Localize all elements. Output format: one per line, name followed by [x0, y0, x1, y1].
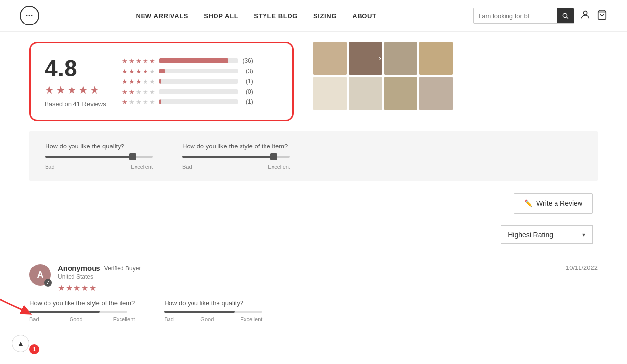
product-images: ›	[314, 42, 453, 121]
search-input[interactable]	[474, 9, 557, 23]
review-sliders: How do you like the style of the item? B…	[29, 299, 598, 322]
bar-row-4: ★ ★ ★ ★ ★ (3)	[122, 68, 253, 75]
sort-label: Highest Rating	[508, 231, 553, 239]
sort-dropdown[interactable]: Highest Rating ▾	[501, 225, 593, 244]
rev-good: Good	[70, 316, 83, 322]
cart-icon[interactable]	[597, 9, 607, 23]
nav-right	[473, 8, 607, 24]
bar-track-1	[159, 99, 238, 104]
review-style-labels: Bad Good Excellent	[29, 316, 135, 322]
bar-count-2: (0)	[241, 88, 253, 95]
review-quality-slider: How do you like the quality? Bad Good Ex…	[164, 299, 262, 322]
product-thumb-5[interactable]	[314, 77, 347, 110]
write-review-icon: ✏️	[524, 199, 532, 207]
quality-item-style: How do you like the style of the item? B…	[182, 143, 290, 170]
quality-excellent-label: Excellent	[131, 164, 153, 170]
main-content: 4.8 ★ ★ ★ ★ ★ Based on 41 Reviews ★ ★ ★	[0, 32, 627, 342]
star-4: ★	[78, 84, 88, 97]
review-style-track	[29, 311, 127, 313]
svg-point-2	[583, 11, 587, 14]
r-star-4: ★	[81, 283, 88, 292]
style-slider-track	[182, 156, 290, 158]
quality-label: How do you like the quality?	[45, 143, 153, 150]
bar-track-2	[159, 89, 238, 94]
navigation: ··· NEW ARRIVALS SHOP ALL STYLE BLOG SIZ…	[0, 0, 627, 32]
star-5: ★	[90, 84, 99, 97]
rev-q-good: Good	[200, 316, 214, 322]
review-quality-label: How do you like the quality?	[164, 299, 262, 307]
rev-q-bad: Bad	[164, 316, 174, 322]
bar-row-5: ★ ★ ★ ★ ★ (36)	[122, 57, 253, 65]
review-quality-track	[164, 311, 262, 313]
review-date: 10/11/2022	[566, 264, 598, 271]
review-style-label: How do you like the style of the item?	[29, 299, 135, 307]
svg-line-1	[567, 17, 568, 19]
style-slider-thumb[interactable]	[270, 153, 277, 160]
bar-stars-1: ★ ★ ★ ★ ★	[122, 98, 155, 106]
nav-links: NEW ARRIVALS SHOP ALL STYLE BLOG SIZING …	[136, 12, 376, 20]
rev-excellent: Excellent	[113, 316, 135, 322]
bar-count-3: (1)	[241, 78, 253, 85]
bar-row-2: ★ ★ ★ ★ ★ (0)	[122, 88, 253, 96]
quality-section: How do you like the quality? Bad Excelle…	[29, 131, 598, 181]
quality-slider-track	[45, 156, 153, 158]
logo[interactable]: ···	[20, 6, 39, 25]
reviewer-avatar: A ✓	[29, 264, 51, 286]
write-review-row: ✏️ Write a Review	[29, 193, 598, 214]
r-star-2: ★	[66, 283, 72, 292]
quality-slider-labels: Bad Excellent	[45, 164, 153, 170]
r-star-5: ★	[89, 283, 96, 292]
thumb-nav-arrow: ›	[379, 54, 381, 63]
sort-chevron-icon: ▾	[582, 231, 585, 238]
bar-count-1: (1)	[241, 98, 253, 105]
bar-stars-2: ★ ★ ★ ★ ★	[122, 88, 155, 96]
r-star-3: ★	[73, 283, 80, 292]
bar-count-4: (3)	[241, 68, 253, 74]
rev-bad: Bad	[29, 316, 39, 322]
nav-about[interactable]: ABOUT	[352, 12, 376, 20]
product-thumb-4[interactable]	[419, 42, 453, 75]
write-review-label: Write a Review	[536, 199, 582, 207]
review-header: A ✓ Anonymous Verified Buyer United Stat…	[29, 264, 598, 292]
product-thumb-6[interactable]	[349, 77, 382, 110]
reviewer-info: Anonymous Verified Buyer United States ★…	[58, 264, 141, 292]
review-section: 4.8 ★ ★ ★ ★ ★ Based on 41 Reviews ★ ★ ★	[29, 42, 598, 121]
star-1: ★	[45, 84, 54, 97]
style-slider-labels: Bad Excellent	[182, 164, 290, 170]
bar-row-1: ★ ★ ★ ★ ★ (1)	[122, 98, 253, 106]
product-thumb-2[interactable]: ›	[349, 42, 382, 75]
rating-left: 4.8 ★ ★ ★ ★ ★ Based on 41 Reviews	[45, 55, 106, 108]
product-thumb-3[interactable]	[384, 42, 417, 75]
account-icon[interactable]	[580, 9, 591, 23]
overall-stars: ★ ★ ★ ★ ★	[45, 84, 106, 97]
verified-text: Verified Buyer	[104, 265, 141, 272]
bar-row-3: ★ ★ ★ ★ ★ (1)	[122, 78, 253, 85]
sort-row: Highest Rating ▾	[29, 225, 598, 244]
reviewer-name-row: Anonymous Verified Buyer	[58, 264, 141, 272]
quality-item-quality: How do you like the quality? Bad Excelle…	[45, 143, 153, 170]
search-button[interactable]	[557, 8, 574, 23]
nav-shop-all[interactable]: SHOP ALL	[204, 12, 238, 20]
bar-count-5: (36)	[241, 57, 253, 64]
star-3: ★	[67, 84, 77, 97]
product-thumb-8[interactable]	[419, 77, 453, 110]
nav-new-arrivals[interactable]: NEW ARRIVALS	[136, 12, 188, 20]
r-star-1: ★	[58, 283, 65, 292]
star-2: ★	[56, 84, 66, 97]
write-review-button[interactable]: ✏️ Write a Review	[514, 193, 593, 214]
nav-style-blog[interactable]: STYLE BLOG	[254, 12, 298, 20]
quality-slider-thumb[interactable]	[129, 153, 136, 160]
reviewer-country: United States	[58, 273, 141, 280]
bar-stars-5: ★ ★ ★ ★ ★	[122, 57, 155, 65]
review-item: A ✓ Anonymous Verified Buyer United Stat…	[29, 254, 598, 332]
quality-bad-label: Bad	[45, 164, 55, 170]
product-thumb-7[interactable]	[384, 77, 417, 110]
product-thumb-1[interactable]	[314, 42, 347, 75]
bar-stars-3: ★ ★ ★ ★ ★	[122, 78, 155, 85]
review-style-slider: How do you like the style of the item? B…	[29, 299, 135, 322]
reviewer-stars: ★ ★ ★ ★ ★	[58, 283, 141, 292]
nav-sizing[interactable]: SIZING	[314, 12, 337, 20]
rev-q-excellent: Excellent	[241, 316, 263, 322]
based-on-label: Based on 41 Reviews	[45, 100, 106, 108]
rating-bars: ★ ★ ★ ★ ★ (36) ★ ★ ★	[122, 55, 253, 108]
